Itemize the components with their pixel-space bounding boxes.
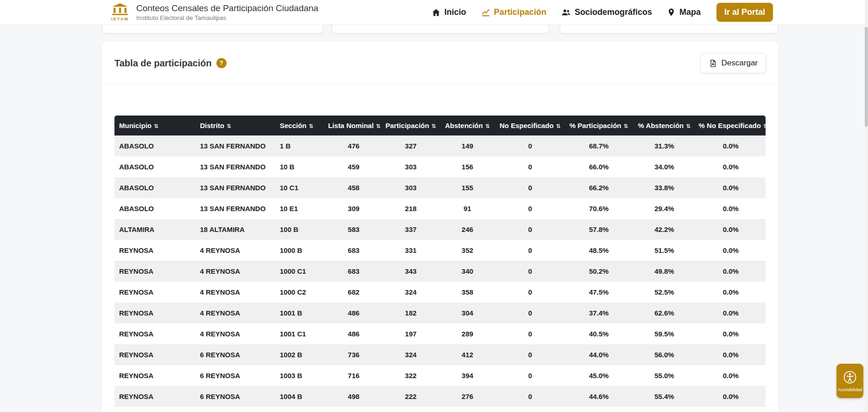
summary-card-stub: [332, 25, 549, 33]
table-cell: 6 REYNOSA: [197, 365, 277, 386]
table-row: REYNOSA4 REYNOSA1001 B486182304037.4%62.…: [114, 303, 766, 323]
column-header[interactable]: % Participación⇅: [565, 116, 633, 135]
nav-item-sociodemograficos[interactable]: Sociodemográficos: [561, 7, 652, 17]
table-cell: 68.7%: [565, 135, 633, 156]
brand[interactable]: IETAM Conteos Censales de Participación …: [110, 3, 318, 21]
sort-icon: ⇅: [556, 123, 561, 129]
nav-item-label: Sociodemográficos: [575, 7, 652, 17]
table-row: REYNOSA4 REYNOSA1000 B683331352048.5%51.…: [114, 240, 766, 261]
table-cell: 0.0%: [696, 198, 766, 219]
table-cell: 50.2%: [565, 261, 633, 282]
table-cell: 486: [325, 303, 382, 323]
scrollbar-thumb[interactable]: [865, 27, 868, 127]
column-header-label: Sección: [280, 122, 307, 129]
table-cell: 0.0%: [696, 303, 766, 323]
table-cell: REYNOSA: [114, 386, 197, 407]
panel-body: Municipio⇅Distrito⇅Sección⇅Lista Nominal…: [102, 84, 778, 407]
table-cell: 1004 B: [277, 386, 325, 407]
table-cell: REYNOSA: [114, 261, 197, 282]
table-cell: 44.0%: [565, 344, 633, 365]
table-cell: 736: [325, 344, 382, 365]
table-cell: REYNOSA: [114, 344, 197, 365]
column-header[interactable]: Lista Nominal⇅: [325, 116, 382, 135]
table-row: REYNOSA6 REYNOSA1004 B498222276044.6%55.…: [114, 386, 766, 407]
scrollbar[interactable]: [865, 0, 868, 412]
table-cell: 52.5%: [633, 282, 696, 303]
summary-card-stub: [102, 25, 323, 33]
table-cell: 246: [439, 219, 495, 240]
table-cell: 37.4%: [565, 303, 633, 323]
column-header-label: Abstención: [445, 122, 483, 129]
table-cell: 458: [325, 177, 382, 198]
table-cell: 459: [325, 156, 382, 177]
table-cell: 0.0%: [696, 240, 766, 261]
ir-al-portal-button[interactable]: Ir al Portal: [716, 3, 773, 22]
column-header[interactable]: % Abstención⇅: [633, 116, 696, 135]
nav-item-inicio[interactable]: Inicio: [431, 7, 466, 17]
table-cell: 13 SAN FERNANDO: [197, 156, 277, 177]
column-header-label: % No Especificado: [699, 122, 761, 129]
table-cell: 0: [495, 344, 565, 365]
table-cell: 0.0%: [696, 386, 766, 407]
top-navbar: IETAM Conteos Censales de Participación …: [0, 0, 868, 25]
table-cell: ALTAMIRA: [114, 219, 197, 240]
nav-item-mapa[interactable]: Mapa: [667, 7, 701, 17]
nav-item-participacion[interactable]: Participación: [481, 7, 546, 17]
help-icon[interactable]: ?: [216, 58, 227, 68]
table-cell: 0.0%: [696, 323, 766, 344]
column-header[interactable]: Abstención⇅: [439, 116, 495, 135]
table-cell: 498: [325, 386, 382, 407]
table-cell: 0.0%: [696, 135, 766, 156]
table-cell: 48.5%: [565, 240, 633, 261]
table-row: ABASOLO13 SAN FERNANDO10 C1458303155066.…: [114, 177, 766, 198]
chart-icon: [481, 8, 490, 17]
table-cell: 62.6%: [633, 303, 696, 323]
table-cell: 10 E1: [277, 198, 325, 219]
table-cell: ABASOLO: [114, 198, 197, 219]
download-button[interactable]: Descargar: [700, 53, 766, 73]
table-cell: 31.3%: [633, 135, 696, 156]
column-header[interactable]: Distrito⇅: [197, 116, 277, 135]
participation-panel: Tabla de participación ? Descargar Munic…: [102, 42, 778, 412]
table-cell: 1000 C1: [277, 261, 325, 282]
table-cell: ABASOLO: [114, 177, 197, 198]
download-button-label: Descargar: [722, 58, 758, 68]
table-cell: 0.0%: [696, 365, 766, 386]
table-row: REYNOSA6 REYNOSA1002 B736324412044.0%56.…: [114, 344, 766, 365]
table-cell: 55.0%: [633, 365, 696, 386]
table-cell: 583: [325, 219, 382, 240]
column-header[interactable]: % No Especificado⇅: [696, 116, 766, 135]
home-icon: [431, 8, 441, 17]
table-cell: 18 ALTAMIRA: [197, 219, 277, 240]
column-header[interactable]: No Especificado⇅: [495, 116, 565, 135]
column-header[interactable]: Sección⇅: [277, 116, 325, 135]
table-cell: 0: [495, 323, 565, 344]
accessibility-widget-button[interactable]: Accesibilidad: [836, 364, 863, 398]
table-cell: 10 C1: [277, 177, 325, 198]
table-cell: 10 B: [277, 156, 325, 177]
table-cell: 34.0%: [633, 156, 696, 177]
panel-header: Tabla de participación ? Descargar: [102, 42, 778, 84]
column-header-label: Municipio: [119, 122, 152, 129]
column-header-label: % Abstención: [638, 122, 684, 129]
table-cell: 352: [439, 240, 495, 261]
app-subtitle: Instituto Electoral de Tamaulipas: [136, 14, 318, 21]
table-cell: 322: [382, 365, 439, 386]
table-head: Municipio⇅Distrito⇅Sección⇅Lista Nominal…: [114, 116, 766, 135]
participation-table: Municipio⇅Distrito⇅Sección⇅Lista Nominal…: [114, 116, 766, 407]
table-cell: 100 B: [277, 219, 325, 240]
table-cell: 70.6%: [565, 198, 633, 219]
table-cell: 340: [439, 261, 495, 282]
table-cell: 222: [382, 386, 439, 407]
accessibility-icon: [843, 370, 857, 386]
column-header[interactable]: Municipio⇅: [114, 116, 197, 135]
main-nav: InicioParticipaciónSociodemográficosMapa…: [431, 3, 773, 22]
table-cell: 44.6%: [565, 386, 633, 407]
table-cell: 13 SAN FERNANDO: [197, 198, 277, 219]
table-cell: 412: [439, 344, 495, 365]
table-cell: REYNOSA: [114, 365, 197, 386]
table-cell: 57.8%: [565, 219, 633, 240]
panel-title: Tabla de participación: [114, 58, 212, 69]
table-row: REYNOSA4 REYNOSA1001 C1486197289040.5%59…: [114, 323, 766, 344]
column-header[interactable]: Participación⇅: [382, 116, 439, 135]
